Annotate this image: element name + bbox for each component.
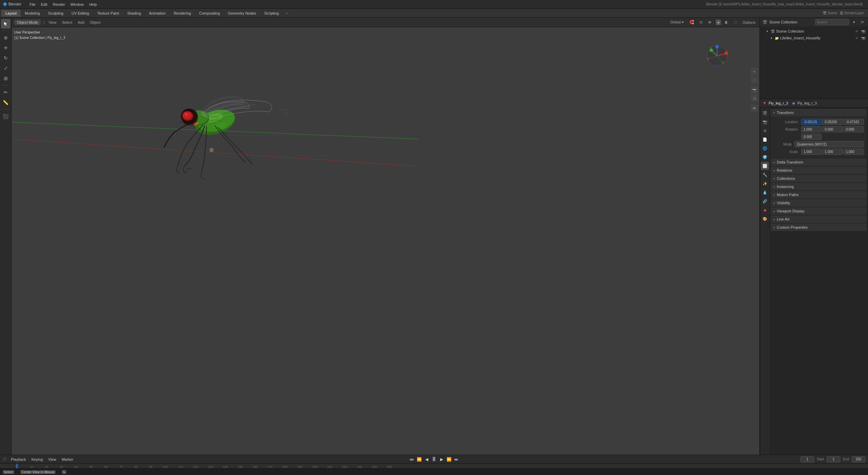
viewport-view-menu[interactable]: View <box>47 20 58 25</box>
delta-transform-header[interactable]: ▾ Delta Transform <box>771 158 867 166</box>
viewport-shading-rendered[interactable]: ◌ <box>732 19 738 25</box>
outliner-item-scene-collection[interactable]: ▾ 🎬 Scene Collection 👁 📷 <box>760 28 868 35</box>
viewport-shading-solid[interactable]: ● <box>716 20 721 25</box>
tl-current-frame-input[interactable] <box>801 456 814 462</box>
viewport-shading-material[interactable]: ◐ <box>724 19 730 25</box>
viewport-canvas[interactable]: X Y Z <box>12 27 760 455</box>
move-tool-btn[interactable]: ✛ <box>1 43 11 53</box>
housefly-visibility-render[interactable]: 📷 <box>861 36 865 40</box>
outliner-item-housefly-collection[interactable]: ▾ 📁 Lifelike_Insect_Housefly 👁 📷 <box>760 35 868 41</box>
annotate-tool-btn[interactable]: ✏ <box>1 88 11 97</box>
props-tab-particles[interactable]: ✨ <box>761 179 769 188</box>
props-tab-material[interactable]: 🎨 <box>761 215 769 223</box>
rotation-mode-select[interactable]: Quaternion (WXYZ) <box>794 141 864 147</box>
props-tab-object-data[interactable]: ◆ <box>761 206 769 214</box>
tl-keying-menu[interactable]: Keying <box>30 457 44 462</box>
tab-texture-paint[interactable]: Texture Paint <box>93 10 123 17</box>
tab-modeling[interactable]: Modeling <box>21 10 44 17</box>
location-z-field[interactable]: -0.47162 <box>844 119 864 125</box>
tab-rendering[interactable]: Rendering <box>170 10 195 17</box>
tab-animation[interactable]: Animation <box>145 10 170 17</box>
zoom-out-btn[interactable]: − <box>751 76 758 83</box>
tab-sculpting[interactable]: Sculpting <box>44 10 67 17</box>
viewport-select-menu[interactable]: Select <box>61 20 74 25</box>
viewport-3d[interactable]: Object Mode | View Select Add Object Glo… <box>12 18 760 455</box>
props-tab-modifier[interactable]: 🔧 <box>761 171 769 179</box>
collections-header[interactable]: ▾ Collections <box>771 175 867 182</box>
scale-y-field[interactable]: 1.000 <box>822 149 843 155</box>
rotation-y-field[interactable]: 0.000 <box>844 126 864 132</box>
viewport-add-menu[interactable]: Add <box>76 20 86 25</box>
props-tab-object[interactable]: ⬜ <box>761 162 769 170</box>
props-tab-render[interactable]: 📷 <box>761 118 769 126</box>
proportional-edit-icon[interactable]: ⊙ <box>698 19 704 25</box>
tl-end-frame-input[interactable] <box>852 456 865 462</box>
props-tab-physics[interactable]: 💧 <box>761 188 769 196</box>
tl-pause-btn[interactable]: ⏸ <box>431 456 437 462</box>
props-tab-constraints[interactable]: 🔗 <box>761 197 769 205</box>
object-mode-dropdown[interactable]: Object Mode <box>14 20 41 25</box>
tl-jump-end-btn[interactable]: ⏭ <box>453 456 459 462</box>
instancing-header[interactable]: ▾ Instancing <box>771 183 867 190</box>
tab-scripting[interactable]: Scripting <box>260 10 283 17</box>
menu-file[interactable]: File <box>27 2 38 7</box>
props-tab-view-layer[interactable]: 📄 <box>761 135 769 144</box>
custom-properties-header[interactable]: ▾ Custom Properties <box>771 224 867 231</box>
select-tool-btn[interactable] <box>1 19 11 28</box>
cursor-tool-btn[interactable]: ⊕ <box>1 33 11 42</box>
toggle-perspective-btn[interactable]: ◻ <box>751 94 758 102</box>
outliner-search-input[interactable] <box>815 19 849 25</box>
viewport-options-btn[interactable]: Options <box>741 20 757 25</box>
add-cube-btn[interactable]: ⬛ <box>1 112 11 121</box>
tl-prev-keyframe-btn[interactable]: ⏪ <box>416 456 422 462</box>
visibility-header[interactable]: ▾ Visibility <box>771 199 867 207</box>
menu-edit[interactable]: Edit <box>38 2 50 7</box>
local-view-btn[interactable]: 👁 <box>751 104 758 112</box>
tl-start-frame-input[interactable] <box>827 456 840 462</box>
scale-x-field[interactable]: 1.000 <box>801 149 822 155</box>
nav-gizmo[interactable]: X Y Z <box>705 44 729 68</box>
tab-shading[interactable]: Shading <box>123 10 145 17</box>
tl-play-reverse-btn[interactable]: ◀ <box>423 456 430 462</box>
viewport-overlays-btn[interactable]: 👁 <box>707 20 713 25</box>
menu-window[interactable]: Window <box>68 2 86 7</box>
viewport-display-header[interactable]: ▾ Viewport Display <box>771 207 867 215</box>
rotate-tool-btn[interactable]: ↻ <box>1 53 11 63</box>
add-workspace-btn[interactable]: + <box>283 10 290 17</box>
tl-playback-menu[interactable]: Playback <box>9 457 27 462</box>
outliner-sync-btn[interactable]: ⟳ <box>859 19 865 25</box>
relations-header[interactable]: ▾ Relations <box>771 167 867 174</box>
props-tab-scene[interactable]: 🎬 <box>761 109 769 117</box>
props-tab-output[interactable]: 🖥 <box>761 127 769 135</box>
location-y-field[interactable]: 0.05206 <box>822 119 843 125</box>
snap-magnet-icon[interactable]: 🧲 <box>688 19 695 25</box>
viewport-object-menu[interactable]: Object <box>88 20 102 25</box>
rotation-w-field[interactable]: 1.000 <box>801 126 822 132</box>
tab-layout[interactable]: Layout <box>1 10 21 17</box>
tl-view-menu[interactable]: View <box>47 457 58 462</box>
transform-section-header[interactable]: ▾ Transform <box>771 109 867 116</box>
transform-tool-btn[interactable]: ⊞ <box>1 74 11 83</box>
tl-marker-menu[interactable]: Marker <box>60 457 75 462</box>
transform-orientation-select[interactable]: Global ▾ <box>669 19 686 25</box>
tl-jump-start-btn[interactable]: ⏮ <box>409 456 415 462</box>
scene-collection-visibility-render[interactable]: 📷 <box>861 30 865 33</box>
tab-uv-editing[interactable]: UV Editing <box>67 10 93 17</box>
toggle-camera-view-btn[interactable]: 📷 <box>751 86 758 94</box>
measure-tool-btn[interactable]: 📏 <box>1 98 11 107</box>
tab-geometry-nodes[interactable]: Geometry Nodes <box>224 10 260 17</box>
props-tab-world[interactable]: 🌍 <box>761 153 769 161</box>
tab-compositing[interactable]: Compositing <box>195 10 224 17</box>
scale-z-field[interactable]: 1.000 <box>844 149 864 155</box>
rotation-z-field[interactable]: 0.000 <box>801 134 822 140</box>
motion-paths-header[interactable]: ▾ Motion Paths <box>771 191 867 198</box>
scale-tool-btn[interactable]: ⤢ <box>1 63 11 73</box>
menu-render[interactable]: Render <box>50 2 68 7</box>
props-tab-scene2[interactable]: 🌐 <box>761 144 769 152</box>
zoom-in-btn[interactable]: + <box>751 68 758 75</box>
rotation-x-field[interactable]: 0.000 <box>822 126 843 132</box>
tl-play-btn[interactable]: ▶ <box>438 456 445 462</box>
housefly-visibility-eye[interactable]: 👁 <box>855 36 859 40</box>
location-x-field[interactable]: -0.00115 <box>801 119 822 125</box>
tl-next-keyframe-btn[interactable]: ⏩ <box>446 456 452 462</box>
